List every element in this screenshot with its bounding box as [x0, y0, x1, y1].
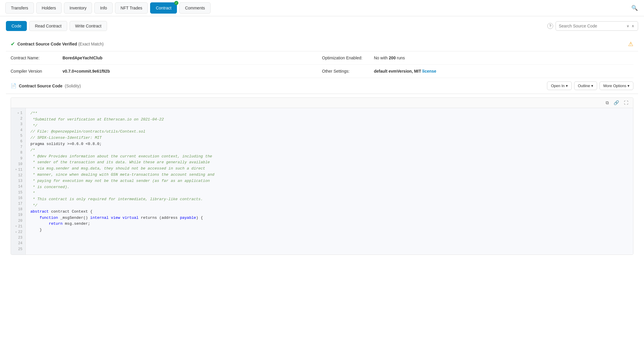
- verified-title: Contract Source Code Verified: [17, 42, 77, 46]
- outline-chevron: ▾: [591, 84, 593, 88]
- global-search-icon[interactable]: 🔍: [630, 3, 639, 13]
- main-content: CodeRead ContractWrite Contract ? ∨ ∧ ✔ …: [0, 16, 644, 263]
- more-options-chevron: ▾: [627, 84, 630, 88]
- more-options-button[interactable]: More Options ▾: [599, 82, 633, 90]
- code-line: * manner, since when dealing with GSN me…: [30, 172, 628, 178]
- compiler-label: Compiler Version: [11, 69, 58, 74]
- info-right-settings: Other Settings: default evmVersion, MIT …: [322, 69, 633, 74]
- line-number: 24: [11, 241, 25, 246]
- nav-tab-info[interactable]: Info: [94, 2, 112, 14]
- nav-tab-comments[interactable]: Comments: [179, 2, 211, 14]
- code-line: /**: [30, 110, 628, 117]
- contract-info: Contract Name: BoredApeYachtClub Optimiz…: [6, 51, 638, 78]
- verified-banner: ✔ Contract Source Code Verified (Exact M…: [6, 37, 638, 51]
- code-line: // File: @openzeppelin/contracts/utils/C…: [30, 129, 628, 135]
- line-number: 7: [11, 144, 25, 150]
- nav-tab-contract[interactable]: Contract✓: [150, 2, 177, 14]
- contract-name-label: Contract Name:: [11, 56, 58, 60]
- line-number: 6: [11, 139, 25, 144]
- warning-icon: ⚠: [628, 40, 633, 48]
- code-line: pragma solidity >=0.6.0 <0.8.0;: [30, 141, 628, 147]
- search-prev-arrow[interactable]: ∨: [626, 23, 630, 29]
- nav-tab-transfers[interactable]: Transfers: [5, 2, 34, 14]
- copy-code-button[interactable]: ⧉: [604, 100, 610, 106]
- nav-tab-nft-trades[interactable]: NFT Trades: [115, 2, 148, 14]
- line-number: 23: [11, 235, 25, 241]
- search-arrows: ∨ ∧: [626, 23, 635, 29]
- doc-icon: 📄: [11, 83, 17, 89]
- optimization-label: Optimization Enabled:: [322, 56, 369, 60]
- line-numbers: ▾12345678910▾11121314151617181920▾21▾222…: [11, 108, 26, 255]
- optimization-runs: 200: [389, 56, 396, 60]
- other-settings-label: Other Settings:: [322, 69, 369, 74]
- fold-indicator[interactable]: ▾: [15, 167, 17, 172]
- outline-label: Outline: [578, 84, 590, 88]
- line-number: 5: [11, 133, 25, 139]
- code-line: * is concerned).: [30, 184, 628, 190]
- line-number: 12: [11, 173, 25, 178]
- line-number: 19: [11, 212, 25, 218]
- source-code-actions: Open In ▾ Outline ▾ More Options ▾: [547, 82, 633, 90]
- code-toolbar: ⧉ 🔗 ⛶: [11, 98, 633, 108]
- link-code-button[interactable]: 🔗: [612, 100, 620, 106]
- license-link[interactable]: license: [421, 69, 436, 74]
- open-in-button[interactable]: Open In ▾: [547, 82, 571, 90]
- code-line: // SPDX-License-Identifier: MIT: [30, 135, 628, 141]
- sub-tab-write-contract[interactable]: Write Contract: [70, 21, 107, 31]
- source-code-header: 📄 Contract Source Code (Solidity) Open I…: [6, 78, 638, 94]
- code-line: *: [30, 190, 628, 196]
- open-in-chevron: ▾: [566, 84, 568, 88]
- sub-tab-code[interactable]: Code: [6, 21, 27, 31]
- line-number: 14: [11, 184, 25, 190]
- code-line: abstract contract Context {: [30, 209, 628, 215]
- info-right-optimization: Optimization Enabled: No with 200 runs: [322, 56, 633, 60]
- line-number: 3: [11, 122, 25, 127]
- code-line: * @dev Provides information about the cu…: [30, 154, 628, 160]
- code-area: ▾12345678910▾11121314151617181920▾21▾222…: [11, 108, 633, 255]
- sub-tab-read-contract[interactable]: Read Contract: [29, 21, 67, 31]
- contract-name-value: BoredApeYachtClub: [63, 56, 102, 60]
- settings-evm: evmVersion,: [387, 69, 414, 74]
- fold-indicator[interactable]: ▾: [15, 230, 17, 235]
- source-code-title: 📄 Contract Source Code (Solidity): [11, 83, 545, 89]
- outline-button[interactable]: Outline ▾: [574, 82, 597, 90]
- verified-check-icon: ✔: [11, 41, 15, 47]
- line-number: 15: [11, 190, 25, 195]
- search-source-input[interactable]: [559, 24, 624, 28]
- search-source-input-wrap: ∨ ∧: [556, 21, 638, 31]
- line-number: ▾1: [11, 110, 25, 116]
- line-number: 17: [11, 201, 25, 207]
- info-row-compiler: Compiler Version v0.7.0+commit.9e61f92b …: [11, 65, 633, 78]
- code-line: * This contract is only required for int…: [30, 196, 628, 203]
- nav-tab-holders[interactable]: Holders: [36, 2, 62, 14]
- code-line: * sender of the transaction and its data…: [30, 159, 628, 166]
- line-number: 8: [11, 150, 25, 156]
- info-left-compiler: Compiler Version v0.7.0+commit.9e61f92b: [11, 69, 322, 74]
- fold-indicator[interactable]: ▾: [17, 111, 19, 116]
- compiler-value: v0.7.0+commit.9e61f92b: [63, 69, 110, 74]
- fold-indicator[interactable]: ▾: [15, 224, 17, 229]
- code-line: *Submitted for verification at Etherscan…: [30, 117, 628, 123]
- line-number: 20: [11, 218, 25, 224]
- search-help-icon[interactable]: ?: [547, 23, 553, 29]
- verified-subtitle: (Exact Match): [78, 42, 104, 46]
- settings-default: default: [374, 69, 387, 74]
- optimization-no: No with: [374, 56, 389, 60]
- other-settings-value: default evmVersion, MIT license: [374, 69, 436, 74]
- nav-tab-inventory[interactable]: Inventory: [64, 2, 92, 14]
- code-line: return msg.sender;: [30, 221, 628, 227]
- source-code-title-text: Contract Source Code: [19, 84, 63, 88]
- line-number: 18: [11, 207, 25, 212]
- search-next-arrow[interactable]: ∧: [631, 23, 635, 29]
- info-row-name: Contract Name: BoredApeYachtClub Optimiz…: [11, 51, 633, 65]
- line-number: 4: [11, 128, 25, 133]
- nav-tabs: TransfersHoldersInventoryInfoNFT TradesC…: [5, 0, 630, 16]
- line-number: 2: [11, 116, 25, 122]
- line-number: 10: [11, 162, 25, 167]
- verified-text: Contract Source Code Verified (Exact Mat…: [17, 42, 104, 46]
- fullscreen-code-button[interactable]: ⛶: [623, 100, 630, 106]
- code-line: */: [30, 203, 628, 209]
- info-left-name: Contract Name: BoredApeYachtClub: [11, 56, 322, 60]
- line-number: 9: [11, 156, 25, 162]
- line-number: 16: [11, 195, 25, 201]
